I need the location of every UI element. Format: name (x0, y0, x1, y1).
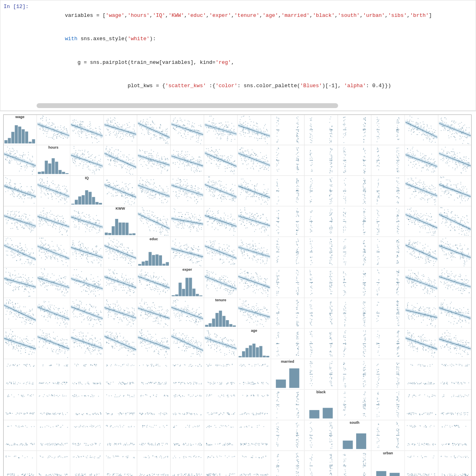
scrollbar-track[interactable] (37, 103, 338, 108)
pairplot-container: CSDN@拓端统计室 (3, 114, 472, 476)
code-line-4: plot_kws = {'scatter_kws' :{'color': sns… (40, 74, 472, 98)
plot-area: CSDN@拓端统计室 (0, 111, 476, 476)
code-line-1: variables = ['wage','hours','IQ','KWW','… (40, 4, 472, 27)
code-line-3: g = sns.pairplot(train_new[variables], k… (40, 51, 472, 74)
code-line-2: with sns.axes_style('white'): (40, 27, 472, 51)
pairplot-canvas (3, 114, 472, 476)
cell-label: In [12]: (0, 2, 37, 11)
cell-header: In [12]: variables = ['wage','hours','IQ… (0, 0, 476, 101)
code-block: variables = ['wage','hours','IQ','KWW','… (37, 2, 476, 99)
scrollbar-area[interactable] (0, 101, 476, 111)
notebook-cell: In [12]: variables = ['wage','hours','IQ… (0, 0, 476, 111)
